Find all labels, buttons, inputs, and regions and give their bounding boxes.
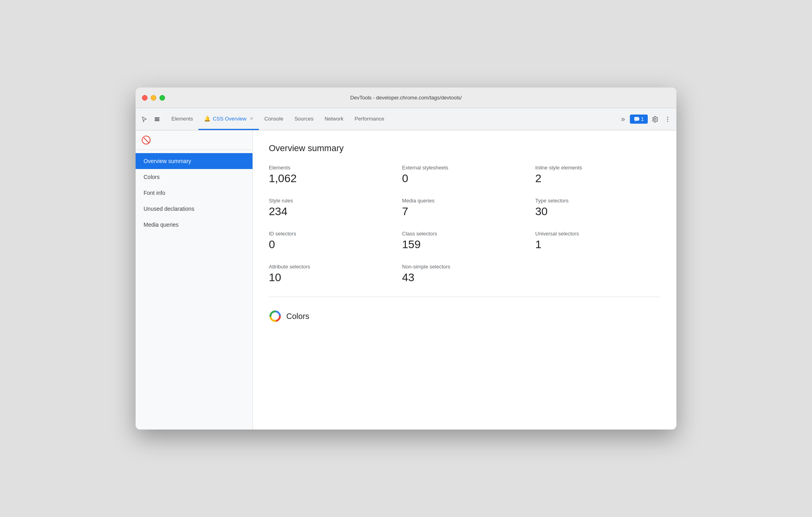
overview-summary-section: Overview summary Elements 1,062 External…	[269, 143, 660, 297]
dots-menu-icon[interactable]	[662, 114, 673, 125]
sidebar-item-colors[interactable]: Colors	[136, 169, 253, 185]
stat-media-queries: Media queries 7	[402, 198, 527, 218]
stat-style-rules: Style rules 234	[269, 198, 394, 218]
settings-icon[interactable]	[649, 114, 660, 125]
tab-performance[interactable]: Performance	[349, 108, 390, 130]
sidebar-item-overview-summary[interactable]: Overview summary	[136, 153, 253, 169]
content-inner: Overview summary Elements 1,062 External…	[253, 130, 676, 348]
stat-type-selectors: Type selectors 30	[535, 198, 660, 218]
titlebar: DevTools - developer.chrome.com/tags/dev…	[136, 87, 676, 108]
colors-section: Colors	[269, 297, 660, 335]
tab-console[interactable]: Console	[259, 108, 289, 130]
chat-badge: 1	[641, 116, 644, 122]
tabbar: Elements 🔔 CSS Overview ✕ Console Source…	[136, 108, 676, 130]
window-title: DevTools - developer.chrome.com/tags/dev…	[350, 95, 462, 101]
svg-rect-2	[155, 120, 159, 121]
stat-elements: Elements 1,062	[269, 165, 394, 185]
devtools-window: DevTools - developer.chrome.com/tags/dev…	[136, 87, 676, 430]
stat-non-simple-selectors: Non-simple selectors 43	[402, 264, 527, 284]
sidebar-item-unused-declarations[interactable]: Unused declarations	[136, 201, 253, 217]
tab-sources[interactable]: Sources	[289, 108, 319, 130]
sidebar-header: 🚫	[136, 130, 253, 150]
tab-elements[interactable]: Elements	[166, 108, 198, 130]
chat-button[interactable]: 1	[630, 115, 648, 124]
tab-close-icon[interactable]: ✕	[250, 116, 253, 121]
cursor-icon[interactable]	[139, 114, 150, 125]
maximize-button[interactable]	[159, 95, 165, 101]
tabbar-left-icons	[139, 108, 163, 130]
tab-network[interactable]: Network	[319, 108, 349, 130]
colors-section-title: Colors	[286, 312, 309, 321]
colors-ring-icon	[269, 310, 282, 323]
more-tabs-button[interactable]: »	[618, 113, 628, 125]
sidebar-item-font-info[interactable]: Font info	[136, 185, 253, 201]
stat-class-selectors: Class selectors 159	[402, 231, 527, 251]
tab-css-overview[interactable]: 🔔 CSS Overview ✕	[198, 108, 259, 130]
stat-id-selectors: ID selectors 0	[269, 231, 394, 251]
layers-icon[interactable]	[152, 114, 163, 125]
sidebar: 🚫 Overview summary Colors Font info Unus…	[136, 130, 253, 430]
traffic-lights	[142, 95, 165, 101]
colors-section-header: Colors	[269, 310, 660, 323]
sidebar-item-media-queries[interactable]: Media queries	[136, 217, 253, 233]
content-area: Overview summary Elements 1,062 External…	[253, 130, 676, 430]
svg-point-6	[667, 121, 668, 122]
svg-point-4	[667, 117, 668, 118]
block-icon: 🚫	[141, 136, 151, 144]
main-area: 🚫 Overview summary Colors Font info Unus…	[136, 130, 676, 430]
minimize-button[interactable]	[151, 95, 156, 101]
close-button[interactable]	[142, 95, 148, 101]
stat-external-stylesheets: External stylesheets 0	[402, 165, 527, 185]
stat-inline-style-elements: Inline style elements 2	[535, 165, 660, 185]
svg-rect-0	[155, 117, 159, 119]
tabs-container: Elements 🔔 CSS Overview ✕ Console Source…	[166, 108, 615, 130]
stat-universal-selectors: Universal selectors 1	[535, 231, 660, 251]
svg-rect-1	[155, 119, 159, 120]
sidebar-nav: Overview summary Colors Font info Unused…	[136, 150, 253, 430]
svg-point-5	[667, 119, 668, 120]
stats-grid: Elements 1,062 External stylesheets 0 In…	[269, 165, 660, 284]
stat-attribute-selectors: Attribute selectors 10	[269, 264, 394, 284]
svg-rect-3	[634, 117, 639, 121]
stat-empty	[535, 264, 660, 284]
tabbar-right: » 1	[618, 108, 673, 130]
overview-summary-title: Overview summary	[269, 143, 660, 154]
